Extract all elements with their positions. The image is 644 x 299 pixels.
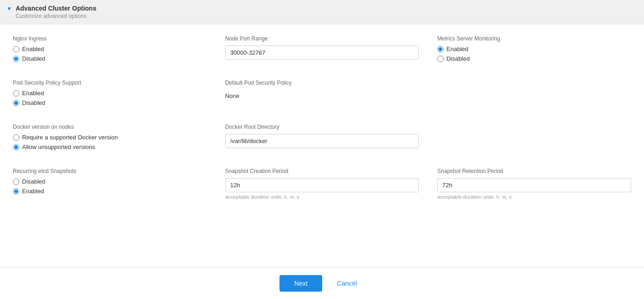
nginx-enabled-radio[interactable] [13, 46, 19, 52]
etcd-disabled-label: Disabled [22, 178, 46, 185]
snapshot-retention-label: Snapshot Retention Period [437, 168, 631, 174]
psp-disabled-radio[interactable] [13, 100, 19, 106]
metrics-enabled-radio[interactable] [437, 46, 444, 52]
snapshot-creation-label: Snapshot Creation Period [225, 168, 419, 174]
next-button[interactable]: Next [279, 275, 322, 292]
metrics-disabled-option[interactable]: Disabled [437, 55, 631, 62]
footer: Next Cancel [0, 267, 644, 299]
section-subtitle: Customize advanced options [16, 13, 97, 19]
default-pod-security-policy-group: Default Pod Security Policy None [225, 80, 419, 109]
nginx-disabled-radio[interactable] [13, 56, 19, 62]
psp-disabled-option[interactable]: Disabled [13, 99, 207, 106]
psp-enabled-radio[interactable] [13, 90, 19, 97]
empty-col-2 [437, 124, 631, 153]
page-wrapper: ▼ Advanced Cluster Options Customize adv… [0, 0, 644, 299]
etcd-enabled-label: Enabled [22, 188, 44, 195]
row-2: Pod Security Policy Support Enabled Disa… [13, 80, 631, 109]
metrics-disabled-label: Disabled [446, 55, 470, 62]
docker-supported-radio[interactable] [13, 134, 19, 141]
collapse-icon: ▼ [6, 6, 12, 12]
pod-security-policy-group: Pod Security Policy Support Enabled Disa… [13, 80, 207, 109]
snapshot-creation-hint: acceptable duration units: h, m, s [225, 194, 419, 200]
snapshot-retention-input[interactable] [437, 178, 631, 192]
docker-unsupported-radio[interactable] [13, 144, 19, 150]
etcd-disabled-radio[interactable] [13, 178, 19, 185]
row-3: Docker version on nodes Require a suppor… [13, 124, 631, 153]
content-area: Nginx Ingress Enabled Disabled Node Port… [0, 24, 644, 267]
nginx-ingress-label: Nginx Ingress [13, 35, 207, 42]
snapshot-creation-group: Snapshot Creation Period acceptable dura… [225, 168, 419, 200]
etcd-enabled-option[interactable]: Enabled [13, 188, 207, 195]
psp-enabled-label: Enabled [22, 90, 44, 97]
snapshot-retention-hint: acceptable duration units: h, m, s [437, 194, 631, 200]
section-title: Advanced Cluster Options [16, 5, 97, 12]
docker-unsupported-label: Allow unsupported versions [22, 144, 95, 150]
node-port-range-input[interactable] [225, 46, 419, 60]
snapshot-retention-group: Snapshot Retention Period acceptable dur… [437, 168, 631, 200]
recurring-etcd-group: Recurring etcd Snapshots Disabled Enable… [13, 168, 207, 200]
metrics-server-group: Metrics Server Monitoring Enabled Disabl… [437, 35, 631, 65]
node-port-range-label: Node Port Range [225, 35, 419, 42]
etcd-enabled-radio[interactable] [13, 188, 19, 195]
docker-version-group: Docker version on nodes Require a suppor… [13, 124, 207, 153]
docker-version-label: Docker version on nodes [13, 124, 207, 130]
snapshot-creation-input[interactable] [225, 178, 419, 192]
docker-root-dir-input[interactable] [225, 134, 419, 148]
metrics-disabled-radio[interactable] [437, 56, 444, 62]
nginx-enabled-option[interactable]: Enabled [13, 46, 207, 52]
pod-security-policy-label: Pod Security Policy Support [13, 80, 207, 86]
section-header: ▼ Advanced Cluster Options Customize adv… [0, 0, 644, 24]
docker-root-dir-label: Docker Root Directory [225, 124, 419, 130]
recurring-etcd-label: Recurring etcd Snapshots [13, 168, 207, 174]
nginx-enabled-label: Enabled [22, 46, 44, 52]
empty-col-1 [437, 80, 631, 109]
docker-unsupported-option[interactable]: Allow unsupported versions [13, 144, 207, 150]
default-psp-label: Default Pod Security Policy [225, 80, 419, 86]
metrics-server-label: Metrics Server Monitoring [437, 35, 631, 42]
row-4: Recurring etcd Snapshots Disabled Enable… [13, 168, 631, 200]
section-header-text: Advanced Cluster Options Customize advan… [16, 5, 97, 19]
metrics-enabled-option[interactable]: Enabled [437, 46, 631, 52]
cancel-button[interactable]: Cancel [330, 275, 365, 292]
default-psp-value: None [225, 90, 419, 102]
etcd-disabled-option[interactable]: Disabled [13, 178, 207, 185]
metrics-enabled-label: Enabled [446, 46, 468, 52]
psp-disabled-label: Disabled [22, 99, 46, 106]
docker-root-dir-group: Docker Root Directory [225, 124, 419, 153]
docker-supported-label: Require a supported Docker version [22, 134, 118, 141]
node-port-range-group: Node Port Range [225, 35, 419, 65]
psp-enabled-option[interactable]: Enabled [13, 90, 207, 97]
nginx-disabled-option[interactable]: Disabled [13, 55, 207, 62]
docker-supported-option[interactable]: Require a supported Docker version [13, 134, 207, 141]
nginx-disabled-label: Disabled [22, 55, 46, 62]
row-1: Nginx Ingress Enabled Disabled Node Port… [13, 35, 631, 65]
nginx-ingress-group: Nginx Ingress Enabled Disabled [13, 35, 207, 65]
